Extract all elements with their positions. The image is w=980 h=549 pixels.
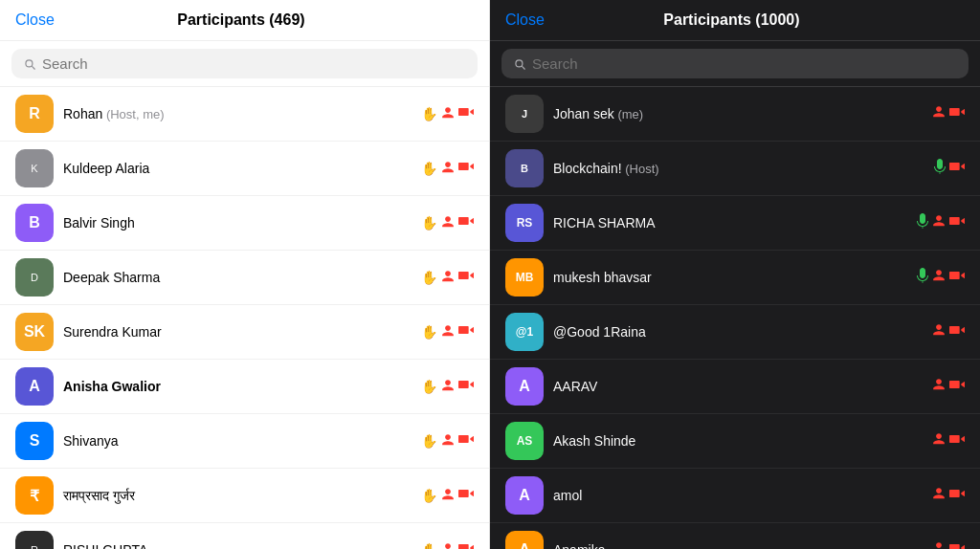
avatar: A: [505, 476, 544, 515]
list-item: AAnamika: [490, 523, 980, 549]
participant-icons: ✋: [421, 487, 474, 504]
hand-icon: ✋: [421, 161, 437, 176]
person-icon: [441, 542, 455, 550]
participant-icons: [932, 432, 965, 450]
cam-icon: [458, 541, 474, 549]
participant-name: Anisha Gwalior: [63, 379, 412, 394]
hand-icon: ✋: [421, 379, 437, 394]
participant-name: Rohan (Host, me): [63, 106, 412, 121]
right-header: Close Participants (1000): [490, 0, 980, 41]
avatar: ₹: [15, 476, 54, 515]
cam-icon: [458, 323, 474, 340]
participant-icons: ✋: [421, 323, 474, 340]
participant-name: Deepak Sharma: [63, 270, 412, 285]
hand-icon: ✋: [421, 270, 437, 285]
list-item: ₹रामप्रसाद गुर्जर✋: [0, 469, 489, 523]
list-item: SShivanya✋: [0, 414, 489, 469]
left-search-container: [0, 41, 489, 87]
avatar: A: [505, 531, 544, 549]
cam-icon: [458, 214, 474, 231]
participant-icons: ✋: [421, 105, 474, 122]
right-close-button[interactable]: Close: [505, 11, 545, 29]
mic-icon: [917, 213, 928, 232]
list-item: @1@Good 1Raina: [490, 305, 980, 360]
participant-name: Akash Shinde: [553, 433, 923, 449]
participant-icons: ✋: [421, 541, 474, 549]
participant-name: Anamika: [553, 542, 923, 549]
list-item: AAARAV: [490, 360, 980, 414]
participant-icons: ✋: [421, 269, 474, 286]
participant-icons: [932, 323, 965, 340]
list-item: AAnisha Gwalior✋: [0, 360, 489, 414]
person-icon: [932, 487, 946, 504]
left-title: Participants (469): [177, 11, 304, 29]
search-icon: [23, 57, 36, 71]
cam-icon: [949, 105, 965, 122]
list-item: MBmukesh bhavsar: [490, 251, 980, 305]
cam-icon: [458, 487, 474, 504]
right-search-input[interactable]: [532, 55, 957, 72]
avatar: R: [15, 531, 54, 549]
list-item: SKSurendra Kumar✋: [0, 305, 489, 360]
participant-name: mukesh bhavsar: [553, 270, 907, 285]
avatar: AS: [505, 422, 544, 460]
left-close-button[interactable]: Close: [15, 11, 55, 29]
person-icon: [932, 269, 946, 286]
hand-icon: ✋: [421, 542, 437, 549]
cam-icon: [949, 432, 965, 450]
cam-icon: [458, 105, 474, 122]
left-participants-list: RRohan (Host, me)✋KKuldeep Alaria✋BBalvi…: [0, 87, 489, 549]
cam-icon: [458, 269, 474, 286]
cam-icon: [458, 160, 474, 177]
participant-name: Surendra Kumar: [63, 324, 412, 340]
avatar: K: [15, 149, 54, 187]
list-item: RSRICHA SHARMA: [490, 196, 980, 251]
right-title: Participants (1000): [663, 11, 799, 29]
right-search-box: [501, 49, 969, 78]
person-icon: [441, 433, 455, 450]
cam-icon: [949, 541, 965, 549]
participant-name: रामप्रसाद गुर्जर: [63, 488, 412, 504]
participant-name: @Good 1Raina: [553, 324, 923, 340]
left-search-input[interactable]: [42, 55, 466, 72]
list-item: BBalvir Singh✋: [0, 196, 489, 251]
avatar: SK: [15, 313, 54, 351]
participant-name: RISHI GUPTA: [63, 542, 412, 549]
list-item: RRohan (Host, me)✋: [0, 87, 489, 142]
person-icon: [932, 432, 946, 450]
left-search-box: [11, 49, 478, 78]
participant-name: AARAV: [553, 379, 923, 394]
person-icon: [932, 378, 946, 395]
person-icon: [932, 105, 946, 122]
right-panel: Close Participants (1000) JJohan sek (me…: [490, 0, 980, 549]
person-icon: [932, 541, 946, 549]
participant-icons: [932, 487, 965, 504]
cam-icon: [949, 160, 965, 177]
participant-name: Shivanya: [63, 433, 412, 449]
participant-icons: [934, 159, 965, 178]
right-search-container: [490, 41, 980, 87]
cam-icon: [949, 323, 965, 340]
list-item: DDeepak Sharma✋: [0, 251, 489, 305]
list-item: KKuldeep Alaria✋: [0, 142, 489, 196]
list-item: BBlockchain! (Host): [490, 142, 980, 196]
right-search-icon: [513, 57, 526, 71]
participant-icons: ✋: [421, 214, 474, 231]
participant-icons: ✋: [421, 378, 474, 395]
hand-icon: ✋: [421, 215, 437, 231]
person-icon: [441, 488, 455, 504]
participant-icons: [932, 541, 965, 549]
participant-icons: [932, 105, 965, 122]
participant-name: Balvir Singh: [63, 215, 412, 231]
mic-icon: [934, 159, 946, 178]
right-participants-list: JJohan sek (me)BBlockchain! (Host)RSRICH…: [490, 87, 980, 549]
participant-icons: ✋: [421, 432, 474, 450]
list-item: ASAkash Shinde: [490, 414, 980, 469]
avatar: B: [505, 149, 544, 187]
hand-icon: ✋: [421, 433, 437, 449]
cam-icon: [458, 432, 474, 450]
person-icon: [441, 215, 455, 231]
participant-name: amol: [553, 488, 923, 503]
avatar: S: [15, 422, 54, 460]
avatar: MB: [505, 258, 544, 296]
